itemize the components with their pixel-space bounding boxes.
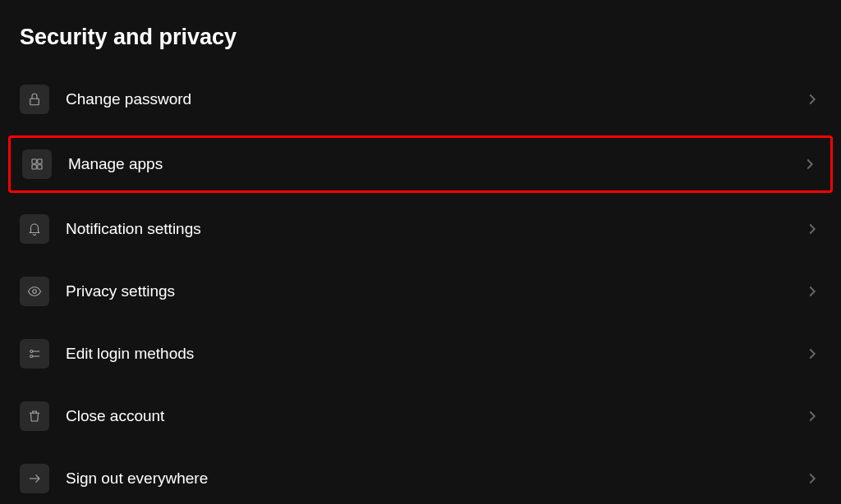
- chevron-right-icon: [803, 407, 821, 425]
- item-label: Privacy settings: [66, 282, 803, 300]
- chevron-right-icon: [801, 155, 819, 173]
- item-label: Change password: [66, 90, 803, 108]
- settings-list: Change password Manage apps Notification…: [0, 73, 841, 504]
- sliders-icon: [20, 339, 49, 369]
- item-label: Manage apps: [68, 155, 801, 173]
- trash-icon: [20, 401, 49, 431]
- eye-icon: [20, 277, 49, 306]
- chevron-right-icon: [803, 90, 821, 108]
- svg-rect-1: [32, 159, 36, 163]
- item-manage-apps[interactable]: Manage apps: [8, 135, 833, 193]
- item-label: Notification settings: [66, 220, 803, 238]
- arrow-right-icon: [20, 464, 49, 493]
- svg-rect-4: [38, 165, 42, 169]
- chevron-right-icon: [803, 470, 821, 488]
- lock-icon: [20, 85, 49, 114]
- item-label: Edit login methods: [66, 345, 803, 363]
- item-label: Close account: [66, 407, 803, 425]
- item-privacy-settings[interactable]: Privacy settings: [0, 265, 841, 318]
- svg-point-5: [33, 290, 37, 294]
- svg-rect-2: [38, 159, 42, 163]
- item-close-account[interactable]: Close account: [0, 390, 841, 442]
- svg-rect-0: [30, 99, 39, 105]
- chevron-right-icon: [803, 345, 821, 363]
- svg-point-8: [30, 355, 33, 358]
- item-label: Sign out everywhere: [66, 470, 803, 488]
- item-notification-settings[interactable]: Notification settings: [0, 203, 841, 255]
- item-edit-login-methods[interactable]: Edit login methods: [0, 328, 841, 380]
- apps-icon: [22, 149, 52, 179]
- security-privacy-panel: Security and privacy Change password Man…: [0, 0, 841, 504]
- chevron-right-icon: [803, 282, 821, 300]
- bell-icon: [20, 214, 49, 244]
- item-sign-out-everywhere[interactable]: Sign out everywhere: [0, 452, 841, 504]
- svg-point-6: [30, 351, 33, 353]
- svg-rect-3: [32, 165, 36, 169]
- item-change-password[interactable]: Change password: [0, 73, 841, 126]
- page-title: Security and privacy: [0, 0, 841, 73]
- chevron-right-icon: [803, 220, 821, 238]
